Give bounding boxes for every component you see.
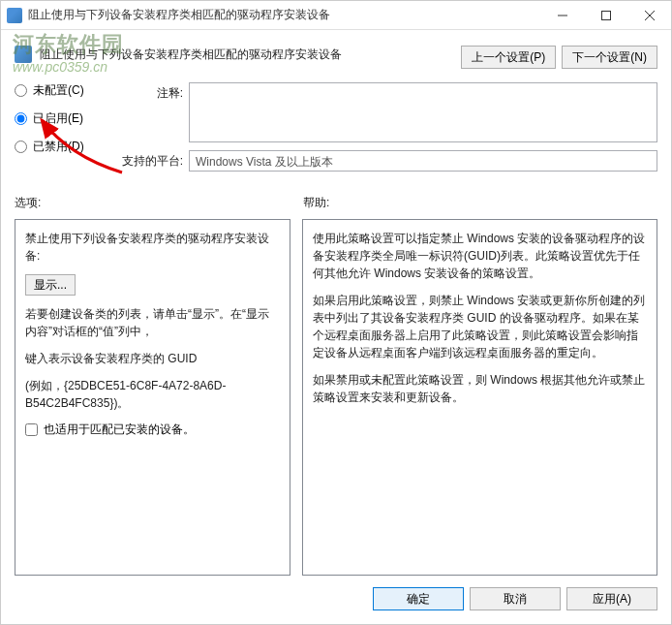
radio-enabled[interactable]: 已启用(E) (15, 110, 102, 127)
show-button[interactable]: 显示... (25, 274, 76, 296)
close-button[interactable] (627, 1, 671, 29)
apply-button[interactable]: 应用(A) (566, 587, 657, 610)
help-text-3: 如果禁用或未配置此策略设置，则 Windows 根据其他允许或禁止策略设置来安装… (313, 371, 647, 406)
radio-not-configured-input[interactable] (15, 84, 27, 97)
also-apply-label: 也适用于匹配已安装的设备。 (44, 422, 195, 438)
platform-label: 支持的平台: (121, 150, 183, 170)
help-text-2: 如果启用此策略设置，则禁止 Windows 安装或更新你所创建的列表中列出了其设… (313, 292, 647, 361)
svg-rect-1 (601, 11, 610, 19)
radio-enabled-label: 已启用(E) (33, 110, 83, 127)
options-text-2: 若要创建设备类的列表，请单击“显示”。在“显示内容”对话框的“值”列中， (25, 305, 280, 340)
ok-button[interactable]: 确定 (373, 587, 464, 610)
page-title: 阻止使用与下列设备安装程序类相匹配的驱动程序安装设备 (40, 46, 453, 63)
comment-input[interactable] (189, 82, 657, 142)
help-label: 帮助: (303, 195, 329, 211)
window-controls (540, 1, 671, 29)
help-text-1: 使用此策略设置可以指定禁止 Windows 安装的设备驱动程序的设备安装程序类全… (313, 230, 647, 282)
maximize-button[interactable] (584, 1, 627, 29)
help-panel: 使用此策略设置可以指定禁止 Windows 安装的设备驱动程序的设备安装程序类全… (302, 219, 657, 576)
radio-not-configured[interactable]: 未配置(C) (15, 82, 102, 99)
comment-label: 注释: (121, 82, 183, 102)
next-setting-button[interactable]: 下一个设置(N) (562, 46, 657, 69)
previous-setting-button[interactable]: 上一个设置(P) (461, 46, 556, 69)
window-title: 阻止使用与下列设备安装程序类相匹配的驱动程序安装设备 (28, 7, 540, 23)
radio-not-configured-label: 未配置(C) (33, 82, 84, 99)
radio-disabled-label: 已禁用(D) (33, 139, 84, 155)
options-panel: 禁止使用下列设备安装程序类的驱动程序安装设备: 显示... 若要创建设备类的列表… (15, 219, 290, 576)
radio-disabled[interactable]: 已禁用(D) (15, 139, 102, 155)
app-icon (7, 8, 22, 23)
options-text-3: 键入表示设备安装程序类的 GUID (25, 350, 280, 367)
titlebar: 阻止使用与下列设备安装程序类相匹配的驱动程序安装设备 (1, 1, 671, 30)
options-text-1: 禁止使用下列设备安装程序类的驱动程序安装设备: (25, 230, 280, 265)
radio-enabled-input[interactable] (15, 112, 27, 125)
minimize-button[interactable] (540, 1, 584, 29)
options-label: 选项: (15, 195, 303, 211)
cancel-button[interactable]: 取消 (470, 587, 561, 610)
policy-icon (15, 46, 32, 63)
options-text-4: (例如，{25DBCE51-6C8F-4A72-8A6D-B54C2B4FC83… (25, 377, 280, 412)
also-apply-checkbox[interactable] (25, 423, 38, 436)
platform-value: Windows Vista 及以上版本 (189, 150, 657, 172)
radio-disabled-input[interactable] (15, 141, 27, 153)
